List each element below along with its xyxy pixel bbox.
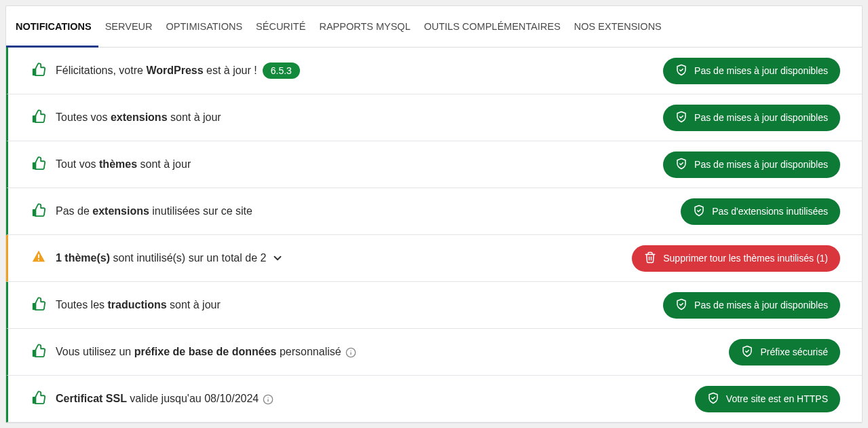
status-pill: Votre site est en HTTPS — [695, 386, 840, 412]
status-pill: Préfixe sécurisé — [729, 339, 840, 365]
thumbs-up-icon — [31, 343, 46, 361]
row-left: 1 thème(s) sont inutilisé(s) sur un tota… — [8, 249, 284, 267]
pill-label: Pas de mises à jour disponibles — [694, 300, 828, 310]
pill-label: Pas d'extensions inutilisées — [712, 206, 828, 217]
row-message: Certificat SSL valide jusqu'au 08/10/202… — [56, 393, 273, 405]
notification-list: Félicitations, votre WordPress est à jou… — [6, 48, 862, 423]
notification-row: 1 thème(s) sont inutilisé(s) sur un tota… — [6, 235, 862, 282]
chevron-down-icon[interactable] — [271, 252, 284, 264]
trash-icon — [644, 251, 656, 266]
thumbs-up-icon — [31, 390, 46, 408]
thumbs-up-icon — [31, 109, 46, 126]
thumbs-up-icon — [31, 296, 46, 314]
notification-row: Tout vos thèmes sont à jourPas de mises … — [6, 141, 862, 188]
row-message: 1 thème(s) sont inutilisé(s) sur un tota… — [56, 252, 284, 265]
shield-check-icon — [675, 158, 687, 172]
version-badge: 6.5.3 — [263, 63, 300, 79]
shield-check-icon — [675, 64, 687, 78]
thumbs-up-icon — [31, 202, 46, 220]
tab-optimisations[interactable]: OPTIMISATIONS — [159, 6, 250, 47]
warning-icon — [31, 249, 46, 267]
notification-row: Pas de extensions inutilisées sur ce sit… — [6, 188, 862, 235]
status-pill: Pas de mises à jour disponibles — [663, 292, 840, 319]
shield-check-icon — [741, 345, 753, 359]
notification-row: Félicitations, votre WordPress est à jou… — [6, 48, 862, 94]
row-message: Toutes les traductions sont à jour — [56, 299, 221, 311]
status-pill: Pas de mises à jour disponibles — [663, 58, 840, 84]
notification-row: Vous utilisez un préfixe de base de donn… — [6, 329, 862, 376]
shield-check-icon — [707, 392, 719, 406]
svg-rect-0 — [38, 254, 39, 258]
shield-check-icon — [675, 111, 687, 125]
status-pill: Pas d'extensions inutilisées — [681, 198, 840, 225]
pill-label: Votre site est en HTTPS — [726, 393, 828, 404]
notification-row: Toutes les traductions sont à jourPas de… — [6, 282, 862, 329]
pill-label: Pas de mises à jour disponibles — [694, 112, 828, 123]
notifications-panel: NOTIFICATIONSSERVEUROPTIMISATIONSSÉCURIT… — [5, 5, 863, 423]
pill-label: Pas de mises à jour disponibles — [694, 159, 828, 170]
row-left: Certificat SSL valide jusqu'au 08/10/202… — [8, 390, 273, 408]
tab-s-curit-[interactable]: SÉCURITÉ — [249, 6, 312, 47]
status-pill: Pas de mises à jour disponibles — [663, 151, 840, 178]
row-message: Vous utilisez un préfixe de base de donn… — [56, 346, 356, 358]
thumbs-up-icon — [31, 62, 46, 79]
pill-label: Supprimer tour les thèmes inutilisés (1) — [663, 253, 828, 264]
tab-bar: NOTIFICATIONSSERVEUROPTIMISATIONSSÉCURIT… — [6, 6, 862, 48]
row-message: Pas de extensions inutilisées sur ce sit… — [56, 205, 252, 217]
row-left: Toutes vos extensions sont à jour — [8, 109, 221, 126]
svg-rect-1 — [38, 260, 39, 261]
shield-check-icon — [693, 204, 705, 219]
row-left: Pas de extensions inutilisées sur ce sit… — [8, 202, 252, 220]
row-left: Vous utilisez un préfixe de base de donn… — [8, 343, 356, 361]
row-message: Toutes vos extensions sont à jour — [56, 111, 221, 124]
tab-nos-extensions[interactable]: NOS EXTENSIONS — [567, 6, 668, 47]
pill-label: Préfixe sécurisé — [760, 346, 828, 357]
notification-row: Toutes vos extensions sont à jourPas de … — [6, 94, 862, 141]
tab-rapports-mysql[interactable]: RAPPORTS MYSQL — [312, 6, 417, 47]
row-left: Toutes les traductions sont à jour — [8, 296, 221, 314]
row-message: Félicitations, votre WordPress est à jou… — [56, 63, 300, 79]
row-left: Tout vos thèmes sont à jour — [8, 156, 191, 173]
tab-notifications[interactable]: NOTIFICATIONS — [6, 6, 98, 47]
pill-label: Pas de mises à jour disponibles — [694, 65, 828, 76]
status-pill: Pas de mises à jour disponibles — [663, 105, 840, 131]
notification-row: Certificat SSL valide jusqu'au 08/10/202… — [6, 376, 862, 423]
info-icon[interactable] — [263, 394, 273, 405]
row-left: Félicitations, votre WordPress est à jou… — [8, 62, 300, 79]
delete-unused-button[interactable]: Supprimer tour les thèmes inutilisés (1) — [632, 245, 840, 272]
thumbs-up-icon — [31, 156, 46, 173]
tab-serveur[interactable]: SERVEUR — [98, 6, 159, 47]
shield-check-icon — [675, 298, 687, 313]
tab-outils-compl-mentaires[interactable]: OUTILS COMPLÉMENTAIRES — [417, 6, 567, 47]
row-message: Tout vos thèmes sont à jour — [56, 158, 191, 171]
info-icon[interactable] — [345, 347, 356, 358]
